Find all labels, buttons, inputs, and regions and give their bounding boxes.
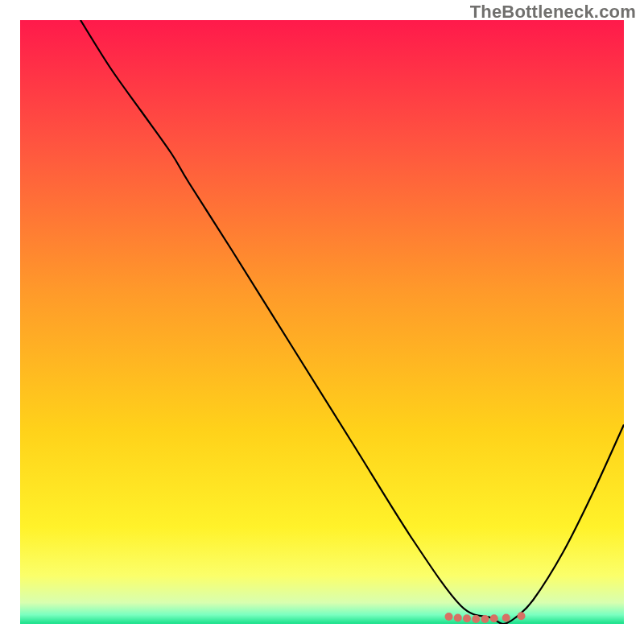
marker-dot — [463, 614, 471, 622]
marker-dot — [472, 615, 480, 623]
marker-dot — [454, 614, 462, 622]
plot-area — [20, 20, 624, 624]
marker-dot — [481, 615, 489, 623]
chart-svg — [20, 20, 624, 624]
chart-container: TheBottleneck.com — [0, 0, 644, 644]
marker-dot — [490, 614, 498, 622]
marker-dot — [518, 612, 526, 620]
gradient-background — [20, 20, 624, 624]
marker-dot — [502, 614, 510, 622]
marker-dot — [445, 613, 453, 621]
